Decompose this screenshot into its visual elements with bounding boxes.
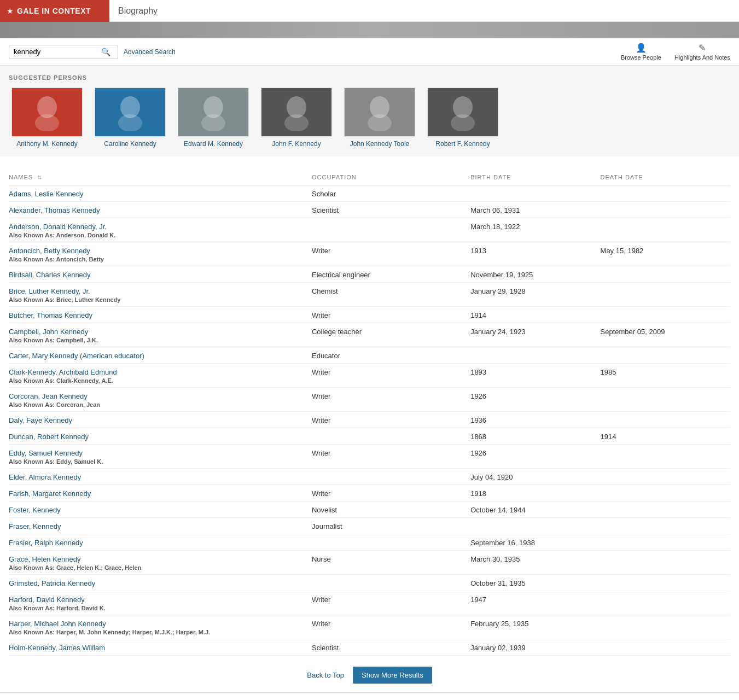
cell-occupation: Scientist	[312, 639, 470, 656]
highlights-notes-button[interactable]: ✎ Highlights And Notes	[674, 43, 730, 61]
table-row: Frasier, Ralph KennedySeptember 16, 1938	[9, 534, 730, 551]
cell-name: Grimsted, Patricia Kennedy	[9, 575, 312, 591]
person-card[interactable]: Robert F. Kennedy	[424, 88, 501, 148]
cell-name: Campbell, John KennedyAlso Known As: Cam…	[9, 323, 312, 347]
person-name-link[interactable]: Daly, Faye Kennedy	[9, 416, 307, 424]
col-deathdate-header[interactable]: DEATH DATE	[601, 170, 730, 185]
person-name-link[interactable]: Adams, Leslie Kennedy	[9, 190, 307, 198]
top-header: ★ GALE IN CONTEXT Biography	[0, 0, 739, 22]
person-name-link[interactable]: Robert F. Kennedy	[435, 140, 490, 148]
person-name-link[interactable]: Eddy, Samuel Kennedy	[9, 449, 307, 457]
cell-occupation: Chemist	[312, 283, 470, 307]
cell-name: Anderson, Donald Kennedy, Jr.Also Known …	[9, 218, 312, 242]
person-name-link[interactable]: Carter, Mary Kennedy (American educator)	[9, 352, 307, 360]
cell-birth-date: October 14, 1944	[470, 501, 600, 518]
person-card[interactable]: Anthony M. Kennedy	[9, 88, 85, 148]
person-name-link[interactable]: Edward M. Kennedy	[184, 140, 243, 148]
cell-death-date	[601, 485, 730, 501]
cell-death-date	[601, 469, 730, 485]
cell-name: Holm-Kennedy, James William	[9, 639, 312, 656]
cell-birth-date: March 06, 1931	[470, 202, 600, 218]
cell-birth-date: 1918	[470, 485, 600, 501]
col-birthdate-header[interactable]: BIRTH DATE	[470, 170, 600, 185]
col-name-header[interactable]: NAMES ⇅	[9, 170, 312, 185]
person-name-link[interactable]: Caroline Kennedy	[104, 140, 156, 148]
person-name-link[interactable]: Frasier, Ralph Kennedy	[9, 539, 307, 547]
person-name-link[interactable]: Birdsall, Charles Kennedy	[9, 271, 307, 279]
cell-birth-date: September 16, 1938	[470, 534, 600, 551]
person-name-link[interactable]: Holm-Kennedy, James William	[9, 644, 307, 652]
person-name-link[interactable]: John F. Kennedy	[272, 140, 321, 148]
cell-occupation: Writer	[312, 615, 470, 639]
cell-birth-date: February 25, 1935	[470, 615, 600, 639]
cell-birth-date: October 31, 1935	[470, 575, 600, 591]
person-name-link[interactable]: John Kennedy Toole	[350, 140, 410, 148]
search-input[interactable]	[14, 48, 101, 56]
person-name-link[interactable]: Fraser, Kennedy	[9, 522, 307, 530]
person-name-link[interactable]: Antoncich, Betty Kennedy	[9, 247, 307, 255]
person-name-link[interactable]: Duncan, Robert Kennedy	[9, 433, 307, 441]
person-card[interactable]: John F. Kennedy	[258, 88, 335, 148]
cell-occupation: Writer	[312, 364, 470, 388]
person-name-link[interactable]: Anthony M. Kennedy	[16, 140, 77, 148]
persons-grid: Anthony M. Kennedy Caroline Kennedy Edwa…	[9, 88, 730, 148]
cell-death-date	[601, 388, 730, 412]
cell-birth-date	[470, 347, 600, 364]
cell-birth-date: January 29, 1928	[470, 283, 600, 307]
person-name-link[interactable]: Butcher, Thomas Kennedy	[9, 311, 307, 319]
cell-death-date: May 15, 1982	[601, 242, 730, 266]
browse-people-button[interactable]: 👤 Browse People	[621, 43, 661, 61]
cell-death-date	[601, 591, 730, 615]
cell-name: Elder, Almora Kennedy	[9, 469, 312, 485]
person-name-link[interactable]: Corcoran, Jean Kennedy	[9, 392, 307, 400]
person-name-link[interactable]: Elder, Almora Kennedy	[9, 473, 307, 481]
person-name-link[interactable]: Farish, Margaret Kennedy	[9, 489, 307, 498]
search-bar: 🔍 Advanced Search 👤 Browse People ✎ High…	[0, 38, 739, 66]
person-card[interactable]: Caroline Kennedy	[92, 88, 168, 148]
person-name-link[interactable]: Grace, Helen Kennedy	[9, 555, 307, 563]
person-name-link[interactable]: Harford, David Kennedy	[9, 596, 307, 604]
cell-name: Carter, Mary Kennedy (American educator)	[9, 347, 312, 364]
search-button[interactable]: 🔍	[101, 48, 110, 56]
cell-occupation: Novelist	[312, 501, 470, 518]
person-name-link[interactable]: Foster, Kennedy	[9, 506, 307, 514]
person-name-link[interactable]: Clark-Kennedy, Archibald Edmund	[9, 368, 307, 376]
cell-birth-date	[470, 185, 600, 202]
cell-birth-date: 1913	[470, 242, 600, 266]
cell-death-date	[601, 412, 730, 428]
cell-birth-date: March 18, 1922	[470, 218, 600, 242]
person-name-link[interactable]: Anderson, Donald Kennedy, Jr.	[9, 223, 307, 231]
search-input-wrap[interactable]: 🔍	[9, 45, 118, 59]
cell-death-date	[601, 551, 730, 575]
person-name-link[interactable]: Alexander, Thomas Kennedy	[9, 206, 307, 214]
cell-death-date	[601, 307, 730, 323]
table-row: Daly, Faye KennedyWriter1936	[9, 412, 730, 428]
back-to-top-link[interactable]: Back to Top	[307, 671, 344, 679]
advanced-search-link[interactable]: Advanced Search	[124, 48, 176, 56]
also-known: Also Known As: Harford, David K.	[9, 605, 307, 611]
cell-death-date	[601, 518, 730, 534]
table-row: Harford, David KennedyAlso Known As: Har…	[9, 591, 730, 615]
cell-occupation: Scholar	[312, 185, 470, 202]
cell-birth-date: 1914	[470, 307, 600, 323]
table-row: Butcher, Thomas KennedyWriter1914	[9, 307, 730, 323]
cell-birth-date: July 04, 1920	[470, 469, 600, 485]
cell-occupation: Writer	[312, 445, 470, 469]
person-name-link[interactable]: Campbell, John Kennedy	[9, 328, 307, 336]
person-card[interactable]: Edward M. Kennedy	[175, 88, 252, 148]
cell-occupation: Journalist	[312, 518, 470, 534]
table-row: Birdsall, Charles KennedyElectrical engi…	[9, 266, 730, 283]
person-name-link[interactable]: Brice, Luther Kennedy, Jr.	[9, 287, 307, 295]
person-photo	[344, 88, 415, 137]
person-card[interactable]: John Kennedy Toole	[341, 88, 418, 148]
show-more-button[interactable]: Show More Results	[353, 667, 432, 684]
table-row: Carter, Mary Kennedy (American educator)…	[9, 347, 730, 364]
cell-death-date: September 05, 2009	[601, 323, 730, 347]
person-name-link[interactable]: Grimsted, Patricia Kennedy	[9, 579, 307, 587]
table-row: Antoncich, Betty KennedyAlso Known As: A…	[9, 242, 730, 266]
person-name-link[interactable]: Harper, Michael John Kennedy	[9, 620, 307, 628]
cell-birth-date: 1947	[470, 591, 600, 615]
cell-occupation: Electrical engineer	[312, 266, 470, 283]
cell-birth-date: March 30, 1935	[470, 551, 600, 575]
cell-occupation	[312, 218, 470, 242]
